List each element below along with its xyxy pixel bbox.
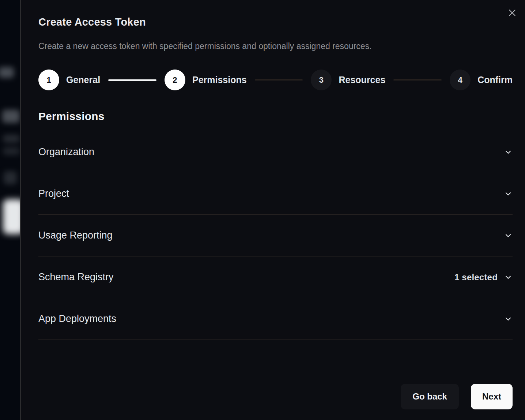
wizard-stepper: 1 General 2 Permissions 3 Resources 4 Co…	[38, 70, 513, 90]
background-page	[0, 0, 20, 420]
chevron-down-icon	[504, 273, 513, 282]
step-resources[interactable]: 3 Resources	[311, 70, 385, 90]
accordion-row-right	[504, 231, 513, 240]
selected-count-badge: 1 selected	[454, 272, 498, 282]
step-general[interactable]: 1 General	[38, 70, 100, 90]
step-number-badge: 2	[165, 70, 185, 90]
accordion-row-label: App Deployments	[38, 313, 116, 325]
step-label: Resources	[339, 75, 385, 85]
step-connector	[393, 79, 442, 80]
accordion-row-right	[504, 190, 513, 198]
accordion-row-right	[504, 148, 513, 157]
next-button[interactable]: Next	[471, 384, 513, 409]
accordion-row-project[interactable]: Project	[38, 173, 513, 215]
background-blur-shape	[3, 135, 20, 143]
accordion-row-right	[504, 315, 513, 323]
background-blur-shape	[0, 67, 14, 78]
accordion-row-app-deployments[interactable]: App Deployments	[38, 298, 513, 340]
modal-title: Create Access Token	[38, 16, 513, 28]
modal-footer: Go back Next	[401, 384, 513, 409]
close-button[interactable]	[505, 6, 519, 20]
step-confirm[interactable]: 4 Confirm	[450, 70, 513, 90]
step-label: General	[66, 75, 100, 85]
permissions-accordion: Organization Project Usage Reporting	[38, 131, 513, 340]
chevron-down-icon	[504, 315, 513, 323]
accordion-row-label: Project	[38, 188, 69, 199]
step-connector	[255, 79, 303, 80]
background-blur-shape	[2, 110, 20, 123]
chevron-down-icon	[504, 148, 513, 157]
step-label: Permissions	[192, 75, 247, 85]
accordion-row-right: 1 selected	[454, 272, 513, 282]
background-blur-shape	[3, 147, 20, 155]
modal-subtitle: Create a new access token with specified…	[38, 41, 513, 51]
x-icon	[507, 8, 517, 18]
accordion-row-label: Usage Reporting	[38, 230, 113, 241]
step-number-badge: 3	[311, 70, 332, 90]
chevron-down-icon	[504, 231, 513, 240]
chevron-down-icon	[504, 190, 513, 198]
section-heading-permissions: Permissions	[38, 110, 513, 123]
go-back-button[interactable]: Go back	[401, 384, 459, 409]
accordion-row-usage-reporting[interactable]: Usage Reporting	[38, 215, 513, 256]
create-access-token-modal: Create Access Token Create a new access …	[20, 0, 525, 420]
background-blur-shape	[4, 171, 17, 184]
step-number-badge: 1	[38, 70, 59, 90]
accordion-row-label: Organization	[38, 146, 94, 158]
step-connector	[108, 79, 156, 81]
step-permissions[interactable]: 2 Permissions	[165, 70, 247, 90]
accordion-row-schema-registry[interactable]: Schema Registry 1 selected	[38, 256, 513, 298]
accordion-row-organization[interactable]: Organization	[38, 131, 513, 173]
accordion-row-label: Schema Registry	[38, 271, 114, 283]
step-number-badge: 4	[450, 70, 471, 90]
step-label: Confirm	[477, 75, 513, 85]
